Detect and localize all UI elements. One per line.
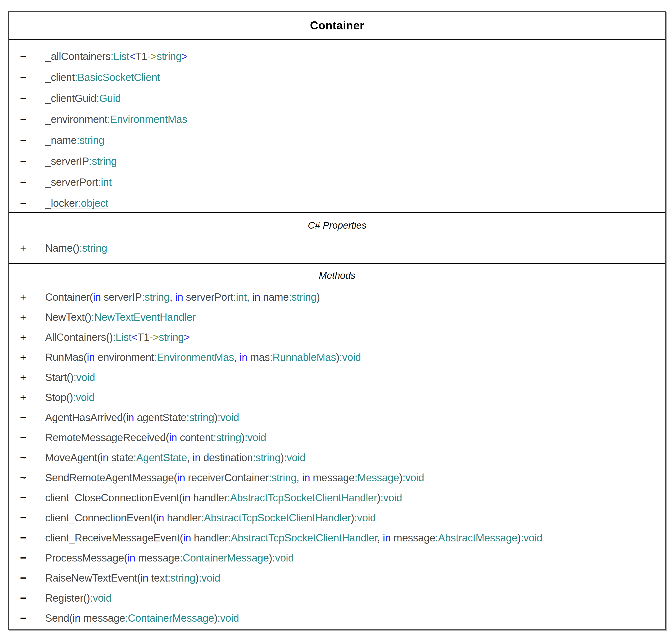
segment-type: :string xyxy=(79,242,107,254)
member-row: −client_ConnectionEvent(in handler:Abstr… xyxy=(9,508,666,528)
member-text: Name():string xyxy=(45,242,107,254)
segment-kw: in xyxy=(182,492,190,503)
segment-name: ) xyxy=(317,291,320,303)
member-row: ~RemoteMessageReceived(in content:string… xyxy=(9,427,666,448)
properties-label-row: C# Properties xyxy=(9,213,666,238)
segment-type: :void xyxy=(340,351,361,363)
visibility-symbol: − xyxy=(20,532,45,544)
segment-name: agentState xyxy=(134,411,186,423)
segment-type: :void xyxy=(521,532,543,544)
member-text: _allContainers:List<T1->string> xyxy=(45,50,188,62)
visibility-symbol: − xyxy=(20,71,45,83)
segment-name: client_ConnectionEvent( xyxy=(45,512,156,524)
member-text: RaiseNewTextEvent(in text:string):void xyxy=(45,572,220,584)
member-text: NewText():NewTextEventHandler xyxy=(45,311,196,323)
segment-type: :object xyxy=(78,197,108,209)
visibility-symbol: ~ xyxy=(20,471,45,484)
segment-type: :ContainerMessage xyxy=(180,552,269,564)
methods-section-label: Methods xyxy=(319,270,355,281)
segment-kw: in xyxy=(126,411,134,423)
member-row: −ProcessMessage(in message:ContainerMess… xyxy=(9,548,666,568)
member-text: _environment:EnvironmentMas xyxy=(45,113,187,125)
segment-type: string xyxy=(157,50,182,62)
segment-type: :int xyxy=(233,291,247,303)
segment-name: _serverIP xyxy=(45,155,89,167)
segment-type: :void xyxy=(284,452,306,464)
segment-type: :List xyxy=(111,50,129,62)
member-text: _name:string xyxy=(45,134,105,146)
segment-type: :string xyxy=(289,291,317,303)
segment-name: ) xyxy=(377,492,380,503)
segment-name: , xyxy=(187,452,193,464)
segment-type: :BasicSocketClient xyxy=(75,71,160,83)
segment-kw: in xyxy=(169,432,177,443)
member-row: −_serverPort:int xyxy=(9,172,666,193)
segment-kw: in xyxy=(140,572,149,584)
segment-name: ) xyxy=(281,452,284,464)
segment-type: :void xyxy=(217,612,239,624)
segment-name: ) xyxy=(399,472,403,484)
segment-name: Send( xyxy=(45,612,73,624)
segment-kw: in xyxy=(383,532,391,544)
segment-type: :void xyxy=(354,512,376,524)
member-text: Register():void xyxy=(45,592,112,604)
segment-type: :RunnableMas xyxy=(270,351,336,363)
member-text: client_ReceiveMessageEvent(in handler:Ab… xyxy=(45,532,542,544)
segment-kw: in xyxy=(252,291,260,303)
visibility-symbol: + xyxy=(20,242,45,254)
segment-name: ) xyxy=(351,512,354,524)
segment-name: message xyxy=(135,552,179,564)
segment-type: :Message xyxy=(355,472,399,484)
segment-type: :AgentState xyxy=(134,452,187,464)
segment-kw: in xyxy=(156,512,164,524)
segment-name: client_ReceiveMessageEvent( xyxy=(45,532,183,544)
segment-name: ) xyxy=(214,612,217,624)
segment-name: , xyxy=(170,291,175,303)
segment-bracket: > xyxy=(182,50,188,62)
properties-rows: +Name():string xyxy=(9,238,666,258)
segment-name: ) xyxy=(214,411,217,423)
member-text: SendRemoteAgentMessage(in receiverContai… xyxy=(45,471,424,484)
segment-type: :string xyxy=(168,572,196,584)
segment-name: , xyxy=(297,472,302,484)
segment-name: MoveAgent( xyxy=(45,452,100,464)
member-row: −Send(in message:ContainerMessage):void xyxy=(9,608,666,628)
segment-type: :Guid xyxy=(96,92,121,104)
segment-name: ) xyxy=(269,552,272,564)
segment-type: :string xyxy=(269,472,297,484)
member-text: RemoteMessageReceived(in content:string)… xyxy=(45,431,266,443)
segment-name: RemoteMessageReceived( xyxy=(45,432,169,443)
segment-kw: in xyxy=(183,532,191,544)
segment-kw: in xyxy=(302,472,310,484)
segment-type: :ContainerMessage xyxy=(125,612,214,624)
class-title: Container xyxy=(310,19,364,32)
segment-type: :AbstractTcpSocketClientHandler xyxy=(201,512,351,524)
segment-bracket: < xyxy=(131,331,138,343)
segment-type: :void xyxy=(90,592,112,604)
visibility-symbol: ~ xyxy=(20,411,45,424)
visibility-symbol: + xyxy=(20,391,45,404)
segment-type: :void xyxy=(403,472,424,484)
segment-name: NewText() xyxy=(45,311,91,323)
visibility-symbol: − xyxy=(20,197,45,209)
member-text: _serverPort:int xyxy=(45,176,112,188)
segment-arrow: -> xyxy=(147,50,157,62)
properties-section-label: C# Properties xyxy=(308,220,366,231)
segment-name: ) xyxy=(241,432,245,443)
segment-name: _allContainers xyxy=(45,50,111,62)
visibility-symbol: − xyxy=(20,492,45,504)
segment-type: :void xyxy=(217,411,239,423)
member-row: −Register():void xyxy=(9,588,666,608)
segment-name: ProcessMessage( xyxy=(45,552,127,564)
segment-name: environment xyxy=(95,351,154,363)
segment-name: SendRemoteAgentMessage( xyxy=(45,472,177,484)
methods-label-row: Methods xyxy=(9,264,666,287)
member-row: −_clientGuid:Guid xyxy=(9,88,666,109)
segment-kw: in xyxy=(239,351,248,363)
visibility-symbol: ~ xyxy=(20,431,45,443)
segment-kw: in xyxy=(73,612,80,624)
class-header: Container xyxy=(9,12,666,39)
segment-type: :string xyxy=(142,291,170,303)
member-text: AllContainers():List<T1->string> xyxy=(45,331,190,343)
segment-kw: in xyxy=(93,291,101,303)
